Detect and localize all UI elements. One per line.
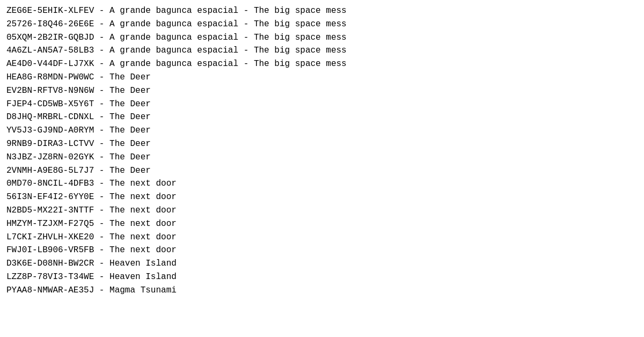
list-item: N2BD5-MX22I-3NTTF - The next door xyxy=(6,204,638,217)
list-item: 05XQM-2B2IR-GQBJD - A grande bagunca esp… xyxy=(6,31,638,45)
list-item: D3K6E-D08NH-BW2CR - Heaven Island xyxy=(6,257,638,270)
list-item: 4A6ZL-AN5A7-58LB3 - A grande bagunca esp… xyxy=(6,44,638,57)
list-item: LZZ8P-78VI3-T34WE - Heaven Island xyxy=(6,270,638,284)
list-item: FWJ0I-LB906-VR5FB - The next door xyxy=(6,244,638,257)
list-item: 56I3N-EF4I2-6YY0E - The next door xyxy=(6,191,638,204)
list-item: ZEG6E-5EHIK-XLFEV - A grande bagunca esp… xyxy=(6,4,638,18)
list-item: HEA8G-R8MDN-PW0WC - The Deer xyxy=(6,71,638,84)
text-content: ZEG6E-5EHIK-XLFEV - A grande bagunca esp… xyxy=(6,4,638,297)
list-item: PYAA8-NMWAR-AE35J - Magma Tsunami xyxy=(6,284,638,297)
list-item: 0MD70-8NCIL-4DFB3 - The next door xyxy=(6,177,638,191)
list-item: YV5J3-GJ9ND-A0RYM - The Deer xyxy=(6,124,638,137)
list-item: HMZYM-TZJXM-F27Q5 - The next door xyxy=(6,217,638,231)
list-item: D8JHQ-MRBRL-CDNXL - The Deer xyxy=(6,111,638,124)
list-item: FJEP4-CD5WB-X5Y6T - The Deer xyxy=(6,98,638,111)
list-item: N3JBZ-JZ8RN-02GYK - The Deer xyxy=(6,151,638,164)
list-item: 2VNMH-A9E8G-5L7J7 - The Deer xyxy=(6,164,638,178)
list-item: EV2BN-RFTV8-N9N6W - The Deer xyxy=(6,84,638,98)
list-item: L7CKI-ZHVLH-XKE20 - The next door xyxy=(6,231,638,244)
list-item: 25726-I8Q46-26E6E - A grande bagunca esp… xyxy=(6,18,638,31)
list-item: AE4D0-V44DF-LJ7XK - A grande bagunca esp… xyxy=(6,57,638,71)
list-item: 9RNB9-DIRA3-LCTVV - The Deer xyxy=(6,137,638,151)
